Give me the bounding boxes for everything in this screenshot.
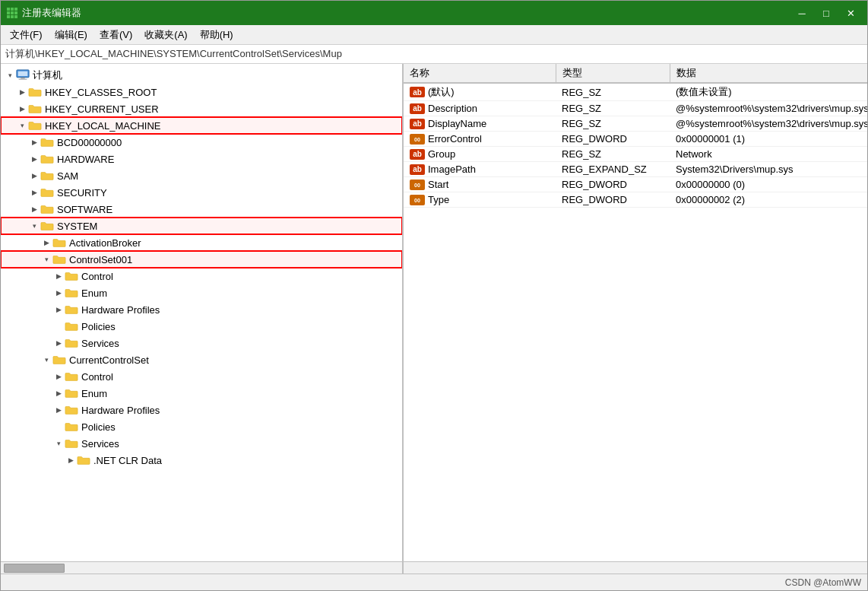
registry-name-cell: abDisplayName <box>404 116 556 132</box>
tree-item-controlset001[interactable]: ▾ ControlSet001 <box>1 251 402 268</box>
tree-label-cs1-policies: Policies <box>81 321 116 332</box>
folder-icon-security <box>40 187 54 198</box>
expand-bcd[interactable]: ▶ <box>28 136 40 148</box>
col-header-data: 数据 <box>670 64 867 83</box>
folder-icon-sam <box>40 170 54 181</box>
table-row[interactable]: 00ErrorControlREG_DWORD0x00000001 (1) <box>404 132 867 147</box>
tree-label-ccs-control: Control <box>81 371 113 383</box>
address-bar: 计算机\HKEY_LOCAL_MACHINE\SYSTEM\CurrentCon… <box>1 45 867 64</box>
maximize-button[interactable]: □ <box>816 5 837 21</box>
folder-icon-cs1-hwprofiles <box>65 304 78 315</box>
folder-icon-dotnet-clr <box>77 455 90 465</box>
svg-text:00: 00 <box>414 183 420 188</box>
tree-item-hardware[interactable]: ▶ HARDWARE <box>1 151 402 167</box>
expand-computer[interactable]: ▾ <box>4 69 16 81</box>
tree-label-controlset001: ControlSet001 <box>69 254 132 265</box>
scrollbar-row <box>1 561 867 574</box>
expand-local-machine[interactable]: ▾ <box>16 119 28 132</box>
tree-label-cs1-hwprofiles: Hardware Profiles <box>81 304 160 316</box>
folder-icon-ccs-hwprofiles <box>65 405 78 415</box>
tree-item-cs1-hwprofiles[interactable]: ▶ Hardware Profiles <box>1 301 402 318</box>
expand-currentcontrolset[interactable]: ▾ <box>40 354 52 366</box>
expand-ccs-services[interactable]: ▾ <box>52 437 65 450</box>
expand-cs1-services[interactable]: ▶ <box>52 337 65 349</box>
expand-current-user[interactable]: ▶ <box>16 103 28 115</box>
tree-label-current-user: HKEY_CURRENT_USER <box>45 103 159 115</box>
expand-ccs-enum[interactable]: ▶ <box>52 387 65 399</box>
table-row[interactable]: abDisplayNameREG_SZ@%systemroot%\system3… <box>404 116 867 132</box>
expand-hardware[interactable]: ▶ <box>28 153 40 165</box>
tree-item-software[interactable]: ▶ SOFTWARE <box>1 201 402 218</box>
registry-name-cell: 00Type <box>404 192 556 208</box>
tree-item-sam[interactable]: ▶ SAM <box>1 167 402 184</box>
expand-cs1-control[interactable]: ▶ <box>52 270 65 282</box>
table-row[interactable]: 00StartREG_DWORD0x00000000 (0) <box>404 177 867 192</box>
expand-security[interactable]: ▶ <box>28 186 40 199</box>
tree-item-computer[interactable]: ▾ 计算机 <box>1 67 402 84</box>
registry-data-cell: 0x00000002 (2) <box>670 192 867 208</box>
menu-edit[interactable]: 编辑(E) <box>49 27 93 43</box>
tree-label-ccs-policies: Policies <box>81 421 116 433</box>
address-path[interactable]: 计算机\HKEY_LOCAL_MACHINE\SYSTEM\CurrentCon… <box>5 48 342 59</box>
table-row[interactable]: ab(默认)REG_SZ(数值未设置) <box>404 83 867 101</box>
tree-item-system[interactable]: ▾ SYSTEM <box>1 218 402 234</box>
table-row[interactable]: abGroupREG_SZNetwork <box>404 147 867 162</box>
tree-item-local-machine[interactable]: ▾ HKEY_LOCAL_MACHINE <box>1 117 402 134</box>
expand-cs1-enum[interactable]: ▶ <box>52 287 65 299</box>
app-icon <box>7 8 17 18</box>
expand-cs1-hwprofiles[interactable]: ▶ <box>52 303 65 316</box>
tree-label-computer: 计算机 <box>33 68 62 82</box>
tree-item-ccs-services[interactable]: ▾ Services <box>1 435 402 452</box>
tree-label-local-machine: HKEY_LOCAL_MACHINE <box>45 120 160 132</box>
tree-item-activationbroker[interactable]: ▶ ActivationBroker <box>1 234 402 251</box>
h-scrollbar-right[interactable] <box>404 562 867 574</box>
menu-favorites[interactable]: 收藏夹(A) <box>138 27 193 43</box>
tree-label-ccs-hwprofiles: Hardware Profiles <box>81 405 160 416</box>
expand-system[interactable]: ▾ <box>28 220 40 232</box>
expand-controlset001[interactable]: ▾ <box>40 253 52 265</box>
tree-container[interactable]: ▾ 计算机 ▶ <box>1 64 402 561</box>
expand-sam[interactable]: ▶ <box>28 170 40 182</box>
status-bar: CSDN @AtomWW <box>1 574 867 590</box>
table-row[interactable]: 00TypeREG_DWORD0x00000002 (2) <box>404 192 867 208</box>
svg-rect-3 <box>19 79 27 80</box>
tree-item-bcd[interactable]: ▶ BCD00000000 <box>1 134 402 151</box>
folder-icon-activationbroker <box>52 237 66 248</box>
tree-item-cs1-policies[interactable]: Policies <box>1 318 402 335</box>
close-button[interactable]: ✕ <box>840 5 861 21</box>
table-row[interactable]: abImagePathREG_EXPAND_SZSystem32\Drivers… <box>404 162 867 177</box>
tree-label-hardware: HARDWARE <box>57 154 114 165</box>
left-panel: ▾ 计算机 ▶ <box>1 64 404 561</box>
tree-item-security[interactable]: ▶ SECURITY <box>1 184 402 201</box>
tree-item-ccs-hwprofiles[interactable]: ▶ Hardware Profiles <box>1 402 402 418</box>
table-row[interactable]: abDescriptionREG_SZ@%systemroot%\system3… <box>404 101 867 116</box>
tree-item-classes-root[interactable]: ▶ HKEY_CLASSES_ROOT <box>1 84 402 100</box>
tree-item-ccs-policies[interactable]: Policies <box>1 418 402 435</box>
tree-item-cs1-services[interactable]: ▶ Services <box>1 335 402 351</box>
registry-name-cell: abGroup <box>404 147 556 162</box>
menu-view[interactable]: 查看(V) <box>93 27 138 43</box>
tree-item-ccs-control[interactable]: ▶ Control <box>1 368 402 385</box>
menu-file[interactable]: 文件(F) <box>4 27 49 43</box>
expand-activationbroker[interactable]: ▶ <box>40 237 52 249</box>
scrollbar-thumb-left[interactable] <box>4 564 65 573</box>
tree-item-ccs-enum[interactable]: ▶ Enum <box>1 385 402 402</box>
expand-ccs-hwprofiles[interactable]: ▶ <box>52 404 65 416</box>
tree-item-current-user[interactable]: ▶ HKEY_CURRENT_USER <box>1 100 402 117</box>
expand-dotnet-clr[interactable]: ▶ <box>65 454 77 466</box>
tree-item-dotnet-clr[interactable]: ▶ .NET CLR Data <box>1 452 402 469</box>
expand-classes-root[interactable]: ▶ <box>16 86 28 98</box>
expand-software[interactable]: ▶ <box>28 203 40 215</box>
tree-item-cs1-enum[interactable]: ▶ Enum <box>1 284 402 301</box>
expand-ccs-control[interactable]: ▶ <box>52 370 65 383</box>
table-wrapper[interactable]: 名称 类型 数据 ab(默认)REG_SZ(数值未设置)abDescriptio… <box>404 64 867 561</box>
minimize-button[interactable]: ─ <box>791 5 813 21</box>
folder-icon-cs1-policies <box>65 321 78 332</box>
title-bar: 注册表编辑器 ─ □ ✕ <box>1 1 867 25</box>
tree-item-cs1-control[interactable]: ▶ Control <box>1 268 402 284</box>
menu-help[interactable]: 帮助(H) <box>194 27 239 43</box>
tree-label-dotnet-clr: .NET CLR Data <box>93 455 162 466</box>
tree-item-currentcontrolset[interactable]: ▾ CurrentControlSet <box>1 351 402 368</box>
folder-icon-software <box>40 204 54 214</box>
h-scrollbar-left[interactable] <box>1 562 404 574</box>
